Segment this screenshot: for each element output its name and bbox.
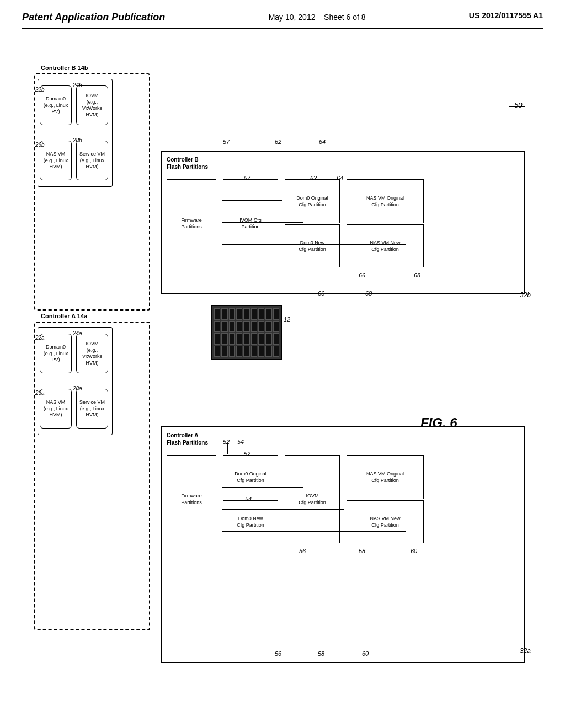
ref-66: 66 (359, 272, 365, 279)
publication-title: Patent Application Publication (22, 11, 165, 24)
ref-52: 52 (244, 451, 250, 457)
flash-b-dom0-orig: Dom0 OriginalCfg Partition (285, 179, 340, 223)
ref-54: 54 (245, 496, 252, 502)
h-line-dom0a-2 (222, 487, 303, 488)
flash-a-header: Controller A Flash Partitions (167, 432, 208, 446)
ref-32a: 32a (520, 647, 531, 655)
flash-a-iovm: IOVMCfg Partition (285, 455, 340, 543)
figure-label: FIG. 6 (420, 415, 457, 431)
ref-68: 68 (414, 272, 420, 279)
h-line-nas-b (222, 244, 406, 245)
flash-a-firmware: FirmwarePartitions (167, 455, 216, 543)
storage-chip (211, 305, 282, 360)
flash-b-nas-new: NAS VM NewCfg Partition (347, 224, 424, 267)
flash-partitions-a-box: Controller A Flash Partitions FirmwarePa… (161, 426, 525, 663)
arrow-54 (242, 443, 242, 454)
ref-50: 50 (514, 101, 522, 109)
ref-label-66: 66 (318, 290, 324, 297)
flash-a-dom0-orig: Dom0 OriginalCfg Partition (223, 455, 278, 499)
h-line-iovm-a (222, 509, 344, 510)
h-line-ivom-b (222, 222, 303, 223)
ref-label-68: 68 (365, 290, 372, 297)
ref-label-60: 60 (362, 650, 369, 657)
inner-group-a (38, 327, 113, 435)
ref-label-54: 54 (237, 438, 244, 445)
ref-label-58: 58 (318, 650, 324, 657)
h-line-dom0-b (222, 200, 282, 201)
flash-b-ivom: IVOM CfgPartition (223, 179, 278, 267)
ref-32b: 32b (520, 291, 531, 299)
pub-date: May 10, 2012 (269, 13, 316, 22)
connect-chip-flashB (247, 250, 247, 305)
ref-label-52: 52 (223, 438, 230, 445)
ref-label-62: 62 (275, 138, 281, 145)
flash-partitions-b-box: Controller B Flash Partitions FirmwarePa… (161, 151, 525, 294)
ref-label-56: 56 (275, 650, 281, 657)
patent-number: US 2012/0117555 A1 (469, 11, 543, 20)
flash-a-nas-new: NAS VM NewCfg Partition (347, 500, 424, 543)
flash-a-dom0-new: Dom0 NewCfg Partition (223, 500, 278, 543)
flash-b-dom0-new: Dom0 NewCfg Partition (285, 224, 340, 267)
ref-12: 12 (284, 316, 290, 323)
flash-b-firmware: FirmwarePartitions (167, 179, 216, 267)
ref-62: 62 (310, 175, 317, 181)
controller-a-label: Controller A 14a (41, 313, 87, 319)
controller-b-label: Controller B 14b (41, 65, 88, 71)
ref-60: 60 (411, 548, 417, 554)
sheet-info: Sheet 6 of 8 (324, 13, 366, 22)
flash-a-nas-orig: NAS VM OriginalCfg Partition (347, 455, 424, 499)
flash-b-header: Controller B Flash Partitions (167, 156, 208, 170)
controller-b-box: Controller B 14b Domain0 (e.g., Linux PV… (34, 73, 150, 311)
flash-b-nas-orig: NAS VM OriginalCfg Partition (347, 179, 424, 223)
ref-58: 58 (359, 548, 365, 554)
ref-56: 56 (299, 548, 306, 554)
diagram-area: Controller A 14a Domain0 (e.g., Linux PV… (23, 40, 542, 680)
controller-a-box: Controller A 14a Domain0 (e.g., Linux PV… (34, 322, 150, 630)
arrow-50 (509, 106, 525, 107)
ref-label-64: 64 (319, 138, 326, 145)
arrow-52 (227, 443, 228, 454)
ref-57: 57 (244, 175, 250, 181)
ref-label-57: 57 (223, 138, 230, 145)
ref-64: 64 (337, 175, 343, 181)
h-line-dom0-a (222, 465, 282, 465)
connect-chip-flashA (247, 360, 247, 426)
header-center: May 10, 2012 Sheet 6 of 8 (269, 11, 366, 23)
page-header: Patent Application Publication May 10, 2… (22, 11, 543, 29)
h-line-nas-a (222, 531, 406, 532)
arrow-50-v (509, 106, 509, 153)
inner-group-b (38, 79, 113, 187)
page: Patent Application Publication May 10, 2… (0, 0, 565, 728)
